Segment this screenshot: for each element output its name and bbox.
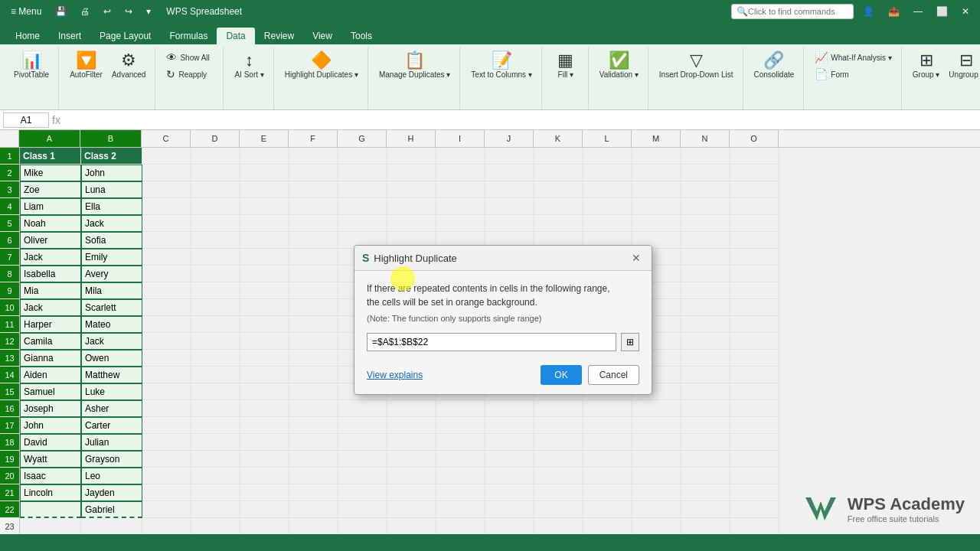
- dialog-overlay: S Highlight Duplicate ✕ If there are rep…: [0, 0, 980, 551]
- dialog-title-left: S Highlight Duplicate: [362, 252, 457, 264]
- dialog-action-buttons: OK Cancel: [541, 365, 639, 385]
- dialog-description-1: If there are repeated contents in cells …: [367, 282, 639, 295]
- dialog-title-text: Highlight Duplicate: [374, 253, 456, 264]
- highlight-duplicate-dialog: S Highlight Duplicate ✕ If there are rep…: [354, 245, 652, 395]
- dialog-app-icon: S: [362, 252, 369, 264]
- dialog-range-row: ⊞: [367, 333, 639, 351]
- dialog-title-bar: S Highlight Duplicate ✕: [354, 246, 652, 271]
- dialog-range-picker-button[interactable]: ⊞: [621, 333, 639, 351]
- dialog-body: If there are repeated contents in cells …: [354, 271, 652, 359]
- view-explains-button[interactable]: View explains: [367, 370, 423, 380]
- dialog-close-button[interactable]: ✕: [629, 250, 644, 266]
- dialog-cancel-button[interactable]: Cancel: [588, 365, 639, 385]
- dialog-footer: View explains OK Cancel: [354, 359, 652, 394]
- dialog-note: (Note: The function only supports single…: [367, 312, 639, 325]
- dialog-description-2: the cells will be set in orange backgrou…: [367, 295, 639, 309]
- dialog-range-input[interactable]: [367, 333, 616, 351]
- dialog-ok-button[interactable]: OK: [541, 365, 581, 385]
